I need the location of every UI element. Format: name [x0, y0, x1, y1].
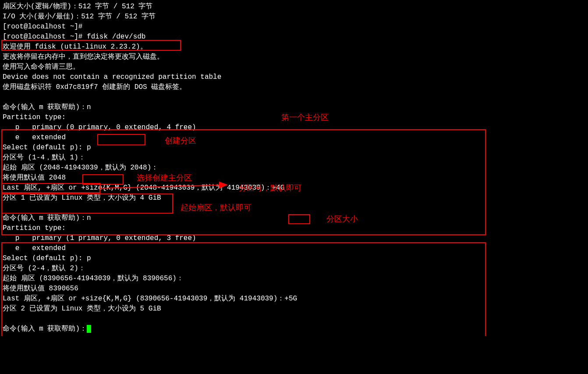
p2-select[interactable]: Select (default p): p	[3, 254, 585, 264]
line-io-size: I/O 大小(最小/最佳)：512 字节 / 512 字节	[3, 12, 585, 22]
line-change-warn: 更改将停留在内存中，直到您决定将更改写入磁盘。	[3, 52, 585, 62]
line-prompt-empty[interactable]: [root@localhost ~]#	[3, 22, 585, 32]
p1-start[interactable]: 起始 扇区 (2048-41943039，默认为 2048)：	[3, 163, 585, 173]
p2-cmd-n[interactable]: 命令(输入 m 获取帮助)：n	[3, 213, 585, 223]
p1-extended: e extended	[3, 133, 585, 143]
p1-default: 将使用默认值 2048	[3, 173, 585, 183]
p1-result: 分区 1 已设置为 Linux 类型，大小设为 4 GiB	[3, 193, 585, 203]
line-dos-label: 使用磁盘标识符 0xd7c819f7 创建新的 DOS 磁盘标签。	[3, 82, 585, 92]
p1-ptype: Partition type:	[3, 113, 585, 123]
p2-primary: p primary (1 primary, 0 extended, 3 free…	[3, 233, 585, 243]
line-no-table: Device does not contain a recognized par…	[3, 72, 585, 82]
p1-primary: p primary (0 primary, 0 extended, 4 free…	[3, 123, 585, 133]
p1-cmd-n[interactable]: 命令(输入 m 获取帮助)：n	[3, 102, 585, 113]
p1-select[interactable]: Select (default p): p	[3, 143, 585, 153]
line-blank	[3, 92, 585, 102]
line-sector-size: 扇区大小(逻辑/物理)：512 字节 / 512 字节	[3, 2, 585, 12]
p2-extended: e extended	[3, 243, 585, 254]
p1-last[interactable]: Last 扇区, +扇区 or +size{K,M,G} (2048-41943…	[3, 183, 585, 193]
final-prompt[interactable]: 命令(输入 m 获取帮助)：	[3, 324, 585, 334]
line-blank	[3, 314, 585, 324]
p2-default: 将使用默认值 8390656	[3, 284, 585, 294]
p2-num[interactable]: 分区号 (2-4，默认 2)：	[3, 264, 585, 274]
line-welcome: 欢迎使用 fdisk (util-linux 2.23.2)。	[3, 42, 585, 52]
line-blank	[3, 203, 585, 213]
line-fdisk-cmd[interactable]: [root@localhost ~]# fdisk /dev/sdb	[3, 32, 585, 42]
line-think-twice: 使用写入命令前请三思。	[3, 62, 585, 72]
p1-num[interactable]: 分区号 (1-4，默认 1)：	[3, 153, 585, 163]
p2-last[interactable]: Last 扇区, +扇区 or +size{K,M,G} (8390656-41…	[3, 294, 585, 304]
p2-start[interactable]: 起始 扇区 (8390656-41943039，默认为 8390656)：	[3, 274, 585, 284]
cursor-icon	[87, 325, 91, 333]
p2-ptype: Partition type:	[3, 223, 585, 233]
terminal-output: 扇区大小(逻辑/物理)：512 字节 / 512 字节 I/O 大小(最小/最佳…	[3, 2, 585, 334]
p2-result: 分区 2 已设置为 Linux 类型，大小设为 5 GiB	[3, 304, 585, 314]
